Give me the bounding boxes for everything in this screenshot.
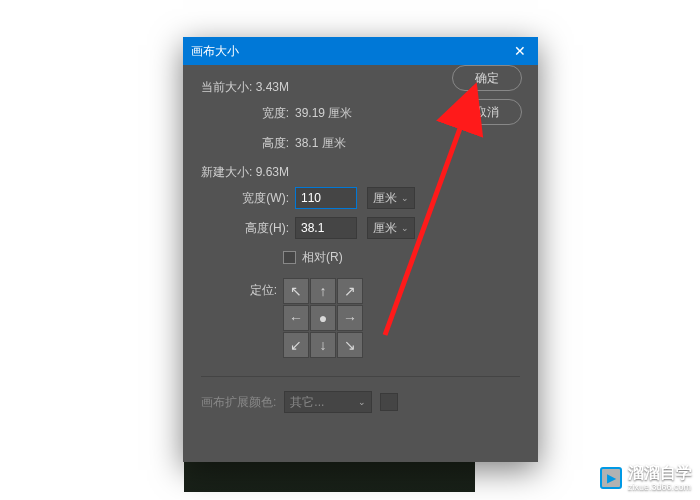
arrow-ne-icon: ↗	[344, 283, 356, 299]
relative-checkbox-row: 相对(R)	[283, 249, 520, 266]
dialog-titlebar: 画布大小 ✕	[183, 37, 538, 65]
watermark-j: .j	[588, 472, 595, 487]
anchor-label: 定位:	[229, 278, 277, 299]
play-icon: ▶	[600, 467, 622, 489]
anchor-se[interactable]: ↘	[337, 332, 363, 358]
watermark-text: 溜溜自学	[628, 463, 692, 484]
width-input[interactable]	[295, 187, 357, 209]
chevron-down-icon: ⌄	[401, 223, 409, 233]
extension-color-select[interactable]: 其它... ⌄	[284, 391, 372, 413]
close-icon: ✕	[514, 43, 526, 59]
anchor-n[interactable]: ↑	[310, 278, 336, 304]
anchor-center[interactable]: ●	[310, 305, 336, 331]
current-width-value: 39.19 厘米	[295, 105, 352, 122]
extension-color-row: 画布扩展颜色: 其它... ⌄	[201, 391, 520, 413]
dialog-title: 画布大小	[191, 43, 239, 60]
anchor-s[interactable]: ↓	[310, 332, 336, 358]
close-button[interactable]: ✕	[510, 41, 530, 61]
chevron-down-icon: ⌄	[401, 193, 409, 203]
new-size-label: 新建大小: 9.63M	[201, 164, 520, 181]
height-label: 高度(H):	[229, 220, 289, 237]
width-unit-select[interactable]: 厘米 ⌄	[367, 187, 415, 209]
width-label: 宽度(W):	[229, 190, 289, 207]
current-height-label: 高度:	[229, 135, 289, 152]
anchor-grid: ↖ ↑ ↗ ← ● → ↙ ↓ ↘	[283, 278, 363, 358]
arrow-nw-icon: ↖	[290, 283, 302, 299]
watermark-subtext: zixue.3d66.com	[628, 482, 692, 492]
relative-label: 相对(R)	[302, 249, 343, 266]
arrow-s-icon: ↓	[320, 337, 327, 353]
anchor-sw[interactable]: ↙	[283, 332, 309, 358]
cancel-button[interactable]: 取消	[452, 99, 522, 125]
dialog-body: 确定 取消 当前大小: 3.43M 宽度: 39.19 厘米 高度: 38.1 …	[183, 65, 538, 427]
anchor-w[interactable]: ←	[283, 305, 309, 331]
divider	[201, 376, 520, 377]
arrow-se-icon: ↘	[344, 337, 356, 353]
current-width-label: 宽度:	[229, 105, 289, 122]
current-height-value: 38.1 厘米	[295, 135, 346, 152]
height-unit-select[interactable]: 厘米 ⌄	[367, 217, 415, 239]
ok-button[interactable]: 确定	[452, 65, 522, 91]
color-swatch[interactable]	[380, 393, 398, 411]
extension-label: 画布扩展颜色:	[201, 394, 276, 411]
relative-checkbox[interactable]	[283, 251, 296, 264]
anchor-e[interactable]: →	[337, 305, 363, 331]
arrow-sw-icon: ↙	[290, 337, 302, 353]
watermark-dots-icon	[582, 445, 594, 455]
chevron-down-icon: ⌄	[358, 397, 366, 407]
arrow-e-icon: →	[343, 310, 357, 326]
watermark: .j ▶ 溜溜自学 zixue.3d66.com	[588, 463, 693, 492]
height-input[interactable]	[295, 217, 357, 239]
center-dot-icon: ●	[319, 310, 327, 326]
arrow-w-icon: ←	[289, 310, 303, 326]
anchor-row: 定位: ↖ ↑ ↗ ← ● → ↙ ↓ ↘	[229, 278, 520, 358]
arrow-n-icon: ↑	[320, 283, 327, 299]
anchor-ne[interactable]: ↗	[337, 278, 363, 304]
anchor-nw[interactable]: ↖	[283, 278, 309, 304]
canvas-size-dialog: 画布大小 ✕ 确定 取消 当前大小: 3.43M 宽度: 39.19 厘米 高度…	[183, 37, 538, 462]
